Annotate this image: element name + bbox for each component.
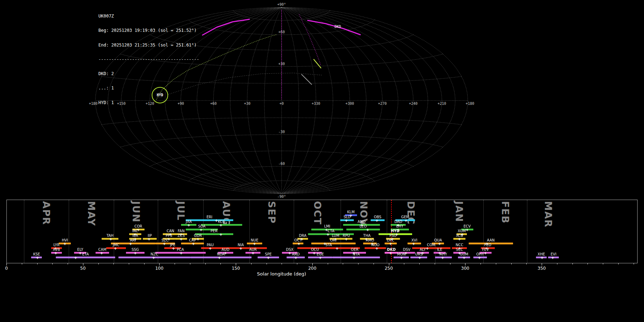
hyd-trail <box>314 59 321 68</box>
axis-minor-tick-280 <box>435 263 435 264</box>
lat-label-3: -30 <box>278 130 285 134</box>
axis-minor-tick-90 <box>144 263 145 264</box>
axis-minor-tick-160 <box>251 263 252 264</box>
shower-label-LEO: LEO <box>360 225 367 228</box>
lon-label-7: +330 <box>312 102 320 106</box>
peak-marker-QUA: + <box>438 241 441 245</box>
axis-minor-tick-390 <box>603 263 603 264</box>
count-hyd: HYD: 1 <box>98 101 199 105</box>
peak-marker-STA: + <box>336 246 339 250</box>
axis-minor-tick-380 <box>587 263 588 264</box>
axis-minor-tick-220 <box>343 263 343 264</box>
peak-marker-RPU: + <box>345 237 348 241</box>
meteor-radiant-ui: +180+150+120+90+60+30+0+330+300+270+240+… <box>0 0 644 322</box>
peak-marker-CAM: + <box>100 251 103 255</box>
shower-label-STA: STA <box>325 243 332 247</box>
peak-marker-AVB: + <box>54 251 57 255</box>
axis-minor-tick-190 <box>297 263 297 264</box>
count-sporadic: ...: 1 <box>98 86 199 91</box>
shower-bar-ETA <box>56 257 116 258</box>
axis-minor-tick-370 <box>572 263 573 264</box>
month-boundary-NOV <box>341 200 341 263</box>
peak-marker-URS: + <box>418 255 421 259</box>
axis-minor-tick-60 <box>98 263 99 264</box>
axis-minor-tick-140 <box>220 263 221 264</box>
peak-marker-ETA: + <box>74 255 77 259</box>
peak-marker-NUE: + <box>253 241 256 245</box>
axis-tick-label-350: 350 <box>535 266 549 271</box>
axis-tick-350 <box>542 263 542 265</box>
axis-tick-label-250: 250 <box>382 266 396 271</box>
peak-marker-AHY: + <box>441 255 444 259</box>
axis-minor-tick-270 <box>419 263 420 264</box>
station-id: UK007Z <box>98 14 199 19</box>
dkd-trail-left <box>203 19 249 35</box>
shower-label-ETA: ETA <box>82 253 89 256</box>
axis-minor-tick-230 <box>358 263 358 264</box>
axis-tick-200 <box>312 263 313 265</box>
axis-tick-label-50: 50 <box>76 266 90 271</box>
axis-minor-tick-410 <box>634 263 634 264</box>
shower-bar-COM <box>412 247 450 249</box>
peak-marker-TAH: + <box>109 237 112 241</box>
peak-marker-OCU: + <box>312 251 316 255</box>
month-boundary-MAR <box>527 200 527 263</box>
lon-label-10: +240 <box>409 102 418 106</box>
peak-marker-CTA: + <box>326 232 330 236</box>
peak-marker-GEM: + <box>404 218 408 222</box>
peak-marker-LEO: + <box>366 228 369 231</box>
lat-label-5: -90° <box>277 195 286 199</box>
month-label-MAY: MAY <box>86 201 97 226</box>
month-label-FEB: FEB <box>500 201 511 224</box>
peak-marker-SZC: + <box>163 241 166 245</box>
axis-minor-tick-240 <box>374 263 374 264</box>
peak-marker-SPE: + <box>267 255 270 259</box>
peak-marker-CAP: + <box>192 241 195 245</box>
peak-marker-NIA: + <box>239 246 242 250</box>
axis-minor-tick-260 <box>404 263 404 264</box>
peak-marker-GDR: + <box>196 237 200 241</box>
peak-marker-JXA: + <box>187 223 190 227</box>
shower-bar-ORI <box>311 243 356 244</box>
axis-minor-tick-210 <box>328 263 328 264</box>
axis-minor-tick-10 <box>22 263 22 264</box>
lon-label-0: +180 <box>89 102 98 106</box>
axis-tick-0 <box>6 263 7 265</box>
axis-tick-300 <box>465 263 465 265</box>
shower-label-ORI: ORI <box>330 239 337 242</box>
peak-marker-SDA: + <box>199 228 203 231</box>
lon-label-4: +60 <box>210 102 216 106</box>
peak-marker-PCA: + <box>180 251 183 255</box>
lon-label-9: +270 <box>378 102 387 106</box>
axis-minor-tick-330 <box>511 263 512 264</box>
peak-marker-ARI: + <box>129 241 132 245</box>
axis-tick-50 <box>83 263 83 265</box>
axis-minor-tick-320 <box>496 263 496 264</box>
peak-marker-FEV: + <box>484 251 487 255</box>
axis-tick-150 <box>236 263 236 265</box>
lon-label-11: +210 <box>438 102 446 106</box>
month-label-SEP: SEP <box>266 201 277 224</box>
axis-minor-tick-340 <box>526 263 527 264</box>
peak-marker-OHY: + <box>478 255 481 259</box>
shower-label-PER: PER <box>211 229 218 233</box>
lat-label-2: +30 <box>278 62 285 66</box>
peak-marker-SLD: + <box>345 218 348 222</box>
end-time: End: 20251203 21:25:35 (sol = 251.61°) <box>98 43 199 48</box>
month-label-JUN: JUN <box>131 201 142 223</box>
peak-marker-OBS: + <box>375 218 379 222</box>
peak-marker-ECV: + <box>465 228 469 231</box>
peak-marker-NZC: + <box>152 255 155 259</box>
peak-marker-ELY: + <box>79 251 82 255</box>
axis-minor-tick-20 <box>37 263 38 264</box>
axis-minor-tick-400 <box>618 263 619 264</box>
shower-label-ERI: ERI <box>206 215 212 219</box>
lon-label-5: +30 <box>244 102 250 106</box>
axis-minor-tick-170 <box>267 263 267 264</box>
month-boundary-APR <box>24 200 24 263</box>
month-boundary-JUN <box>114 200 114 263</box>
month-label-OCT: OCT <box>312 201 323 225</box>
peak-marker-DKD: + <box>389 251 392 255</box>
sporadic-trail <box>302 74 312 84</box>
peak-marker-HVI: + <box>63 241 67 245</box>
